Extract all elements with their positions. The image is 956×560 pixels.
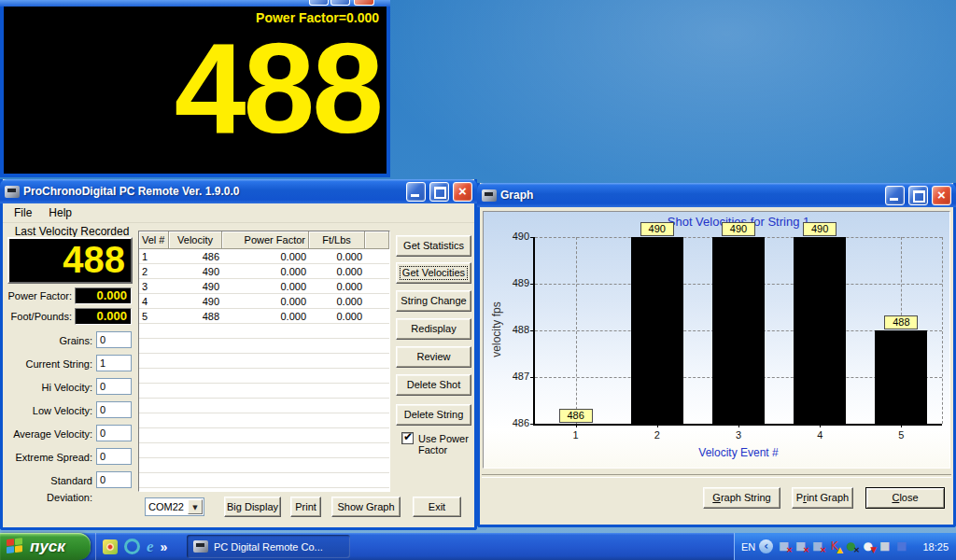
input-grains[interactable] [96,331,132,348]
cell [222,324,309,339]
button-close[interactable]: Close [865,487,945,509]
quick-launch-overflow-chevron[interactable]: » [161,539,168,554]
button-print[interactable]: Print [290,497,321,517]
y-tick-label: 486 [498,417,529,428]
close-button[interactable] [453,182,472,202]
wireless-adapter-icon[interactable]: ●▼ [861,539,875,553]
taskbar-task-button[interactable]: PC Digital Remote Co... [187,535,350,558]
main-window-titlebar[interactable]: ProChronoDigital PC Remote Ver. 1.9.0.0 [0,179,477,203]
input-extreme-spread[interactable] [96,448,132,465]
cell: 490 [169,279,222,294]
tray-glyph: ■ [878,539,892,553]
minimize-button[interactable] [406,182,426,202]
checkbox-box[interactable]: ✔ [401,432,414,444]
button-exit[interactable]: Exit [413,497,461,517]
menu-file[interactable]: File [6,203,40,222]
sync-tool-disabled-icon[interactable]: ●× [844,539,858,553]
column-header-velocity[interactable]: Velocity [169,231,222,249]
maximize-button[interactable] [330,0,350,6]
button-print-graph[interactable]: Print Graph [792,487,853,509]
cell [139,339,169,354]
field-label-foot-pounds: Foot/Pounds: [3,308,72,325]
button-delete-shot[interactable]: Delete Shot [396,374,471,396]
start-button[interactable]: пуск [0,533,91,560]
button-review[interactable]: Review [396,346,471,368]
field-label-current-string: Current String: [3,356,92,372]
graph-window: Graph Shot Velocities for String 1veloci… [477,183,956,527]
antivirus-warning-icon[interactable]: K▲ [827,539,841,553]
button-string-change[interactable]: String Change [396,290,471,312]
field-label-standard-deviation: Standard Deviation: [3,472,92,506]
button-show-graph[interactable]: Show Graph [331,497,401,517]
cell [365,443,389,458]
field-label-low-velocity: Low Velocity: [3,402,92,419]
start-label: пуск [30,538,65,556]
cell [139,399,169,413]
cell [365,369,389,384]
cell [222,488,309,492]
cell [365,473,389,488]
input-hi-velocity[interactable] [96,378,132,395]
close-button[interactable] [354,0,374,6]
table-row-empty [139,339,389,354]
cell: 486 [169,249,222,264]
com-port-select[interactable]: COM22 [145,497,204,516]
big-display-screen: Power Factor=0.000 488 [4,7,387,174]
cell [139,428,169,443]
photo-app-icon[interactable] [103,539,118,554]
field-label-power-factor: Power Factor: [3,287,72,304]
big-display-titlebar-remnant[interactable] [0,0,390,7]
table-row[interactable]: 14860.0000.000 [139,249,389,264]
gridline [942,237,943,424]
input-low-velocity[interactable] [96,401,132,418]
cell: 0.000 [222,249,309,264]
lan-status-disabled-icon[interactable]: ■× [794,539,808,553]
chevron-down-icon[interactable] [188,499,203,514]
button-redisplay[interactable]: Redisplay [396,318,471,340]
button-get-velocities[interactable]: Get Velocities [396,262,471,284]
table-row[interactable]: 44900.0000.000 [139,294,389,309]
input-standard-deviation[interactable] [96,471,132,488]
input-current-string[interactable] [96,355,132,371]
table-row[interactable]: 24900.0000.000 [139,264,389,279]
graph-window-titlebar[interactable]: Graph [477,183,956,207]
maximize-button[interactable] [429,182,449,202]
table-row[interactable]: 34900.0000.000 [139,279,389,294]
close-button[interactable] [932,186,951,205]
gridline [576,237,577,424]
bar-value-label: 488 [884,315,918,329]
column-header-blank [365,231,389,249]
button-graph-string[interactable]: Graph String [703,487,780,509]
cell [169,324,222,339]
table-row[interactable]: 54880.0000.000 [139,309,389,324]
language-indicator[interactable]: EN [741,541,755,553]
x-tick-label: 5 [882,429,920,441]
minimize-button[interactable] [885,186,905,205]
column-header-ft-lbs[interactable]: Ft/Lbs [309,231,365,249]
tray-collapse-button[interactable]: ‹ [759,539,773,553]
quicktime-icon[interactable] [124,539,140,554]
internet-explorer-icon[interactable]: e [147,539,154,554]
velocity-table-grid: Vel #VelocityPower FactorFt/Lbs14860.000… [139,231,389,492]
maximize-button[interactable] [908,186,928,205]
menu-help[interactable]: Help [40,203,80,222]
column-header-power-factor[interactable]: Power Factor [222,231,309,249]
check-icon: ✔ [403,430,413,443]
display-settings-icon[interactable]: ■ [878,539,892,553]
lan-status-disabled-icon[interactable]: ■× [777,539,791,553]
app-icon [193,540,208,553]
cell [365,279,389,294]
button-big-display[interactable]: Big Display [224,497,281,517]
cell [139,354,169,369]
wireless-status-disabled-icon[interactable]: ■× [810,539,824,553]
com-port-value: COM22 [148,501,184,512]
input-average-velocity[interactable] [96,425,132,441]
button-get-statistics[interactable]: Get Statistics [396,235,471,257]
cell [365,249,389,264]
remote-window-icon[interactable]: ■ [894,539,908,553]
button-delete-string[interactable]: Delete String [396,404,471,426]
minimize-button[interactable] [309,0,329,6]
column-header-vel[interactable]: Vel # [139,231,169,249]
table-header-row: Vel #VelocityPower FactorFt/Lbs [139,231,389,249]
use-power-factor-checkbox[interactable]: ✔ Use Power Factor [401,432,476,455]
